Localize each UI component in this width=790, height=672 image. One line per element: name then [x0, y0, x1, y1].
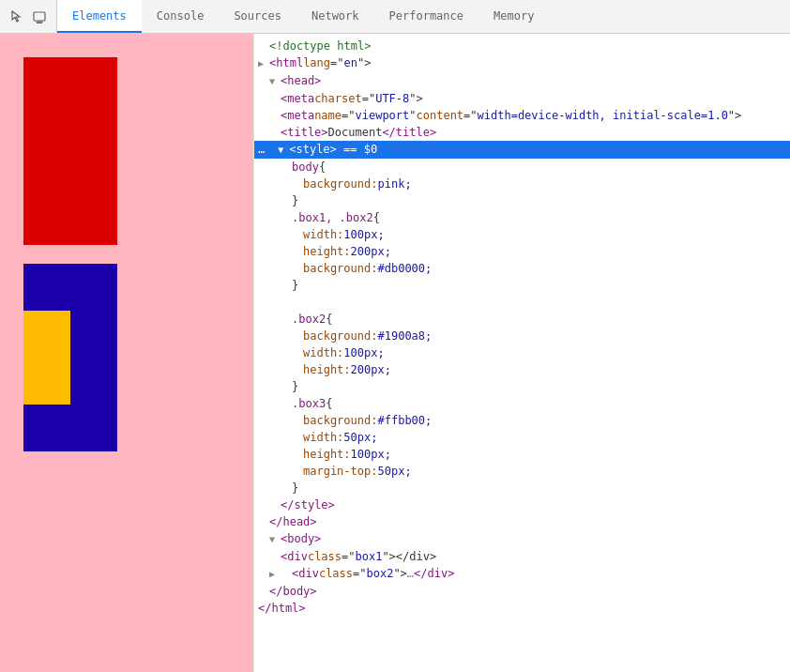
box3-element: [23, 311, 70, 405]
code-line-body-close-tag[interactable]: </body>: [254, 583, 790, 600]
code-line-box12-height[interactable]: height: 200px;: [254, 243, 790, 260]
box2-element: [23, 264, 117, 451]
code-line-html-close[interactable]: </html>: [254, 600, 790, 617]
expand-html-arrow[interactable]: ▶: [258, 55, 269, 72]
code-line-box3-height[interactable]: height: 100px;: [254, 446, 790, 463]
code-line-body-rule[interactable]: body{: [254, 159, 790, 176]
code-line-box3-margin[interactable]: margin-top: 50px;: [254, 463, 790, 480]
code-line-body-open[interactable]: ▼ <body>: [254, 530, 790, 548]
code-line-html[interactable]: ▶ <html lang="en">: [254, 54, 790, 72]
code-line-blank1: [254, 294, 790, 311]
tab-sources[interactable]: Sources: [219, 0, 296, 33]
expand-head-arrow[interactable]: ▼: [269, 73, 281, 90]
tab-memory[interactable]: Memory: [479, 0, 549, 33]
code-line-box2-bg[interactable]: background: #1900a8;: [254, 328, 790, 344]
code-line-div-box2[interactable]: ▶ <div class="box2">…</div>: [254, 565, 790, 583]
code-area: <!doctype html> ▶ <html lang="en"> ▼ <he…: [254, 34, 790, 620]
box2-container: [23, 264, 239, 451]
code-line-meta-viewport[interactable]: <meta name="viewport" content="width=dev…: [254, 107, 790, 124]
tab-console[interactable]: Console: [142, 0, 220, 33]
cursor-tool-icon[interactable]: [8, 8, 26, 26]
svg-rect-0: [34, 12, 45, 21]
tab-elements[interactable]: Elements: [57, 0, 142, 33]
code-line-box3-width[interactable]: width: 50px;: [254, 429, 790, 446]
devtools-toolbar: Elements Console Sources Network Perform…: [0, 0, 790, 34]
code-line-doctype[interactable]: <!doctype html>: [254, 38, 790, 54]
code-line-div-box1[interactable]: <div class="box1"></div>: [254, 548, 790, 565]
code-line-box3-rule[interactable]: .box3{: [254, 395, 790, 412]
code-line-box3-bg[interactable]: background: #ffbb00;: [254, 412, 790, 429]
code-line-box2-rule[interactable]: .box2{: [254, 311, 790, 328]
devtools-tabs: Elements Console Sources Network Perform…: [57, 0, 790, 33]
code-line-box12-close[interactable]: }: [254, 277, 790, 294]
page-preview: [0, 34, 253, 672]
code-line-box12-width[interactable]: width: 100px;: [254, 226, 790, 243]
toolbar-icons: [0, 0, 57, 33]
code-line-body-bg[interactable]: background: pink;: [254, 176, 790, 192]
code-line-box2-height[interactable]: height: 200px;: [254, 361, 790, 378]
expand-body-arrow[interactable]: ▼: [269, 531, 281, 548]
code-line-style-close[interactable]: </style>: [254, 496, 790, 513]
tab-performance[interactable]: Performance: [374, 0, 479, 33]
code-line-box2-close[interactable]: }: [254, 378, 790, 395]
code-line-box3-close[interactable]: }: [254, 480, 790, 496]
code-line-head-open[interactable]: ▼ <head>: [254, 72, 790, 90]
code-line-style-open[interactable]: … ▼ <style> == $0: [254, 141, 790, 159]
elements-panel[interactable]: <!doctype html> ▶ <html lang="en"> ▼ <he…: [253, 34, 790, 672]
code-line-head-close[interactable]: </head>: [254, 513, 790, 530]
code-line-title[interactable]: <title>Document</title>: [254, 124, 790, 141]
code-line-meta-charset[interactable]: <meta charset="UTF-8">: [254, 90, 790, 107]
code-line-box12-bg[interactable]: background: #db0000;: [254, 260, 790, 277]
expand-box2-arrow[interactable]: ▶: [269, 566, 281, 583]
tab-network[interactable]: Network: [296, 0, 374, 33]
code-line-body-close[interactable]: }: [254, 192, 790, 209]
device-tool-icon[interactable]: [30, 8, 49, 26]
code-line-box12-rule[interactable]: .box1, .box2{: [254, 209, 790, 226]
expand-style-arrow[interactable]: ▼: [278, 142, 289, 159]
box1-element: [23, 57, 117, 245]
code-line-box2-width[interactable]: width: 100px;: [254, 344, 790, 361]
main-content: <!doctype html> ▶ <html lang="en"> ▼ <he…: [0, 34, 790, 672]
